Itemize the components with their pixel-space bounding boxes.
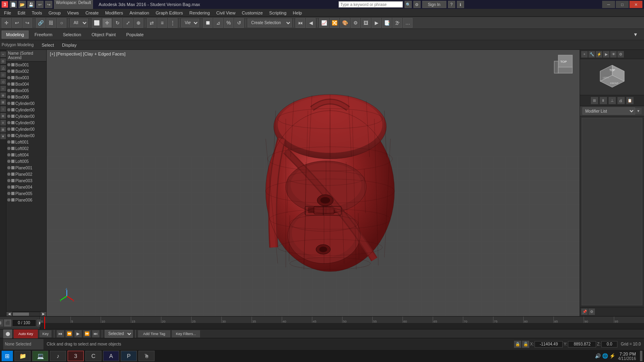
menu-graph-editors[interactable]: Graph Editors	[153, 10, 186, 16]
align-btn[interactable]: ≡	[157, 18, 167, 28]
start-button[interactable]: ⊞	[2, 351, 13, 361]
menu-modifiers[interactable]: Modifiers	[102, 10, 126, 16]
scene-item[interactable]: Loft005	[6, 158, 46, 165]
scene-item[interactable]: Cylinder00	[6, 100, 46, 107]
env-effects[interactable]: 🌫	[392, 18, 402, 28]
maximize-btn[interactable]: □	[616, 1, 629, 8]
lp-icon-3[interactable]: △	[0, 65, 6, 71]
lp-icon-1[interactable]: +	[0, 51, 6, 57]
sign-in-btn[interactable]: Sign In	[422, 1, 446, 8]
select-move-btn[interactable]: ✛	[102, 18, 112, 28]
lp-icon-9[interactable]: ↕	[0, 106, 6, 112]
taskbar-ps[interactable]: P	[121, 351, 137, 361]
snap-pct[interactable]: %	[224, 18, 233, 28]
taskbar-media[interactable]: ♪	[50, 351, 66, 361]
scene-item[interactable]: Box004	[6, 81, 46, 87]
scene-item[interactable]: Plane006	[6, 197, 46, 203]
prev-frame[interactable]: ⏮	[295, 18, 305, 28]
key-frame-btn[interactable]: ⬤	[3, 329, 12, 338]
snap-spin[interactable]: ↺	[234, 18, 244, 28]
close-btn[interactable]: ✕	[630, 1, 642, 8]
settings-btn[interactable]: ⚙	[413, 1, 421, 8]
add-time-tag-btn[interactable]: Add Time Tag	[138, 330, 170, 337]
scene-item[interactable]: Box001	[6, 62, 46, 68]
undo-btn[interactable]: ↩	[36, 1, 43, 8]
auto-key-btn[interactable]: Auto Key	[14, 329, 38, 338]
tl-snap-btn[interactable]: ⊞	[0, 319, 3, 327]
select-rotate-btn[interactable]: ↻	[113, 18, 122, 28]
search-input[interactable]	[339, 1, 403, 8]
menu-civil-view[interactable]: Civil View	[213, 10, 238, 16]
key-filters-btn[interactable]: Key Filters...	[172, 330, 200, 337]
view-dropdown[interactable]: View	[181, 19, 199, 27]
snap-angle[interactable]: ⊿	[213, 18, 223, 28]
scene-item[interactable]: Box002	[6, 68, 46, 74]
lp-icon-5[interactable]: ◇	[0, 79, 6, 84]
mat-editor[interactable]: 🎨	[340, 18, 350, 28]
menu-scripting[interactable]: Scripting	[266, 10, 290, 16]
taskbar-cmd[interactable]: 💻	[32, 351, 48, 361]
undo-tool-btn[interactable]: ↩	[12, 18, 22, 28]
scene-item[interactable]: Cylinder00	[6, 113, 46, 119]
show-desktop-btn[interactable]	[640, 351, 642, 361]
rb-pin[interactable]: 📌	[581, 309, 588, 315]
new-btn[interactable]: 📄	[10, 1, 17, 8]
tab-object-paint[interactable]: Object Paint	[87, 31, 120, 39]
workspace-dropdown[interactable]: Workspace: Default	[54, 0, 93, 9]
lp-icon-12[interactable]: ⊠	[0, 127, 6, 132]
open-btn[interactable]: 📂	[19, 1, 26, 8]
align2-btn[interactable]: ⋮	[168, 18, 178, 28]
scene-item[interactable]: Box003	[6, 74, 46, 81]
lp-icon-10[interactable]: ⊗	[0, 113, 6, 119]
redo-btn[interactable]: ↪	[45, 1, 52, 8]
taskbar-3dsmax[interactable]: 3	[68, 351, 84, 361]
scene-item[interactable]: Plane005	[6, 190, 46, 197]
next-key-btn[interactable]: ⏩	[83, 330, 91, 337]
ri-hierarchy[interactable]: ⚡	[596, 51, 602, 58]
rb-display[interactable]: Display	[59, 42, 80, 48]
tab-modeling[interactable]: Modeling	[2, 31, 29, 39]
select-manip-btn[interactable]: ⊕	[134, 18, 143, 28]
more-tools[interactable]: …	[403, 18, 413, 28]
link-btn[interactable]: 🔗	[36, 18, 45, 28]
scene-item[interactable]: Box005	[6, 87, 46, 94]
viewport[interactable]: [+] [Perspective] [Clay + Edged Faces] X…	[47, 50, 580, 316]
tab-freeform[interactable]: Freeform	[30, 31, 57, 39]
menu-views[interactable]: Views	[64, 10, 82, 16]
prev-key-btn[interactable]: ⏪	[66, 330, 73, 337]
layer-mgr[interactable]: 📑	[382, 18, 392, 28]
selected-dropdown[interactable]: Selected	[105, 330, 133, 338]
nav-cube[interactable]: TOP	[552, 53, 576, 77]
ri-icon-a[interactable]: ⊞	[591, 97, 598, 104]
modifier-dropdown-arrow[interactable]: ▼	[635, 108, 642, 114]
ri-icon-c[interactable]: ⊥	[609, 97, 616, 104]
rb-select[interactable]: Select	[39, 42, 58, 48]
taskbar-illustrator[interactable]: A	[103, 351, 119, 361]
scene-item[interactable]: Cylinder00	[6, 107, 46, 113]
lp-icon-7[interactable]: ⊕	[0, 93, 6, 98]
lp-icon-6[interactable]: ○	[0, 86, 6, 91]
viewport-cube-display[interactable]: TOP LEFT FRONT	[580, 59, 644, 95]
select-scale-btn[interactable]: ⤢	[123, 18, 133, 28]
menu-animation[interactable]: Animation	[126, 10, 153, 16]
render-frame[interactable]: 🖼	[361, 18, 371, 28]
lp-icon-4[interactable]: □	[0, 72, 6, 78]
y-value[interactable]: 8893.872	[568, 341, 596, 348]
scene-item[interactable]: Cylinder00	[6, 132, 46, 139]
tl-key-btn[interactable]: ⬛	[4, 319, 11, 327]
select-obj-btn[interactable]: ⬜	[92, 18, 101, 28]
ribbon-menu-btn[interactable]: ▼	[629, 30, 642, 39]
curve-editor[interactable]: 📈	[319, 18, 329, 28]
scene-item[interactable]: Plane002	[6, 171, 46, 177]
unlink-btn[interactable]: ⛓	[46, 18, 56, 28]
redo-tool-btn[interactable]: ↪	[23, 18, 32, 28]
coord-lock-btn[interactable]: 🔒	[514, 341, 521, 348]
render-setup[interactable]: ⚙	[351, 18, 360, 28]
menu-file[interactable]: File	[1, 10, 14, 16]
create-selection-dropdown[interactable]: Create Selection	[248, 19, 292, 27]
scene-item[interactable]: Loft004	[6, 152, 46, 158]
save-btn[interactable]: 💾	[27, 1, 35, 8]
scene-item[interactable]: Plane003	[6, 177, 46, 184]
coord-lock2-btn[interactable]: 🔓	[522, 341, 529, 348]
ri-create[interactable]: +	[581, 51, 588, 58]
